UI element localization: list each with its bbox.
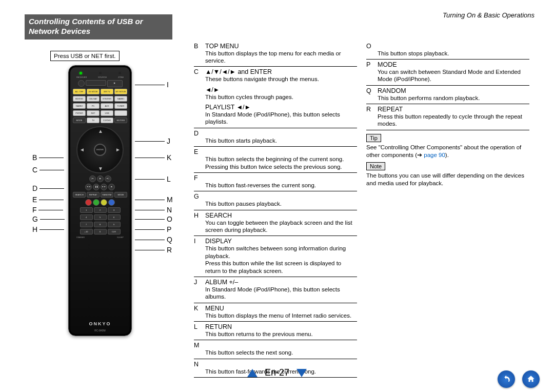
btn-stbdvr: STB/DVR xyxy=(101,96,113,102)
btn-cblsat: CBL/SAT xyxy=(87,96,100,102)
callout-G: G xyxy=(32,215,38,223)
desc-name: MODE xyxy=(378,61,397,68)
btn-aux: AUX xyxy=(101,103,113,109)
footer: En-27 xyxy=(0,367,554,388)
btn-repeat: REPEAT xyxy=(87,192,100,198)
page-number: En-27 xyxy=(265,367,289,378)
callout-R: R xyxy=(167,246,172,254)
desc-text: This button displays the menu of Interne… xyxy=(205,312,357,319)
desc-text: This button displays the top menu for ea… xyxy=(205,50,357,65)
num-plus10: +10 xyxy=(80,229,93,234)
page-link[interactable]: page 90 xyxy=(424,152,445,158)
num-5: 5 xyxy=(94,214,107,220)
dpad: ENTER ▲ ▼ ◄ ► xyxy=(76,126,124,173)
desc-extra: Press this button while the list screen … xyxy=(205,260,357,275)
btn-game2: GAME2 xyxy=(73,103,86,109)
desc-item: HSEARCHYou can toggle between the playba… xyxy=(194,211,357,237)
led-source xyxy=(99,72,102,74)
btn-search: SEARCH xyxy=(73,192,86,198)
yellow-icon xyxy=(101,199,107,206)
remote-column: Press USB or NET first. B C D E F G H I … xyxy=(25,42,194,342)
stop-icon: ■ xyxy=(108,184,115,190)
desc-text: In Standard Mode (iPod/iPhone), this but… xyxy=(205,286,357,301)
btn-alloff: ALL OFF xyxy=(73,89,86,94)
green-icon xyxy=(93,199,100,206)
desc-name: ▲/▼/◄/► and ENTER xyxy=(205,68,272,75)
back-button[interactable] xyxy=(498,370,515,388)
desc-item: DThis button starts playback. xyxy=(194,129,357,147)
led-zone xyxy=(118,72,121,74)
tip-label: Tip xyxy=(366,134,381,142)
undo-icon xyxy=(502,375,511,384)
desc-text: This button fast-reverses the current so… xyxy=(205,182,357,189)
btn-usb: USB xyxy=(101,110,113,116)
desc-item: OThis button stops playback. xyxy=(366,42,529,60)
num-8: 8 xyxy=(94,222,107,227)
desc-subtext: In Standard Mode (iPod/iPhone), this but… xyxy=(205,111,357,126)
btn-muting: MUTING xyxy=(114,117,127,123)
desc-name: RANDOM xyxy=(378,87,406,94)
desc-text: This button returns to the previous menu… xyxy=(205,330,357,338)
led-receiver xyxy=(80,72,82,74)
callout-B: B xyxy=(32,153,37,162)
section-title: Controlling Contents of USB or Network D… xyxy=(25,14,172,40)
page-up-icon[interactable] xyxy=(247,369,258,377)
desc-letter: P xyxy=(366,61,373,68)
num-4: 4 xyxy=(80,214,93,220)
breadcrumb: Turning On & Basic Operations xyxy=(443,11,535,19)
desc-letter: M xyxy=(194,342,201,349)
desc-text: This button switches between song inform… xyxy=(205,245,357,260)
desc-name: REPEAT xyxy=(378,106,403,113)
prev-icon: |◄ xyxy=(89,175,96,182)
lbl-sleep: SLEEP xyxy=(117,236,124,239)
note-label: Note xyxy=(366,162,385,170)
up-arrow-icon: ▲ xyxy=(98,128,103,134)
desc-text: This button stops playback. xyxy=(378,50,529,57)
desc-item: BTOP MENUThis button displays the top me… xyxy=(194,42,357,67)
pager: En-27 xyxy=(247,367,307,378)
ff-icon: ►► xyxy=(101,184,107,190)
desc-letter: Q xyxy=(366,87,373,94)
desc-item: JALBUM +/–In Standard Mode (iPod/iPhone)… xyxy=(194,278,357,303)
desc-item: LRETURNThis button returns to the previo… xyxy=(194,322,357,340)
enter-button: ENTER xyxy=(94,144,106,156)
desc-item: KMENUThis button displays the menu of In… xyxy=(194,304,357,322)
pause-icon: ❚❚ xyxy=(93,184,100,190)
desc-item: EThis button selects the beginning of th… xyxy=(194,147,357,173)
remote: RECEIVER SOURCE ZONE ▶ ALL OFF 4K MODE M… xyxy=(68,65,132,336)
btn-tv: TV xyxy=(87,117,100,123)
desc-text: Press this button repeatedly to cycle th… xyxy=(378,113,529,128)
desc-text: This button selects the beginning of the… xyxy=(205,155,357,170)
btn-net: NET xyxy=(87,110,100,116)
desc-letter: B xyxy=(194,43,201,50)
btn-phono: PHONO xyxy=(73,110,86,116)
note-text: The buttons you can use will differ depe… xyxy=(366,172,529,187)
desc-text: This button selects the next song. xyxy=(205,349,357,356)
callout-K: K xyxy=(167,153,171,162)
btn-mode2: MODE xyxy=(114,192,127,198)
num-6: 6 xyxy=(108,214,121,220)
callout-I: I xyxy=(167,81,169,89)
desc-item: IDISPLAYThis button switches between son… xyxy=(194,237,357,277)
desc-name: TOP MENU xyxy=(205,43,239,50)
lbl-zone: ZONE xyxy=(118,76,124,79)
callout-M: M xyxy=(167,195,173,204)
num-3: 3 xyxy=(108,207,121,213)
callout-L: L xyxy=(167,175,171,183)
num-7: 7 xyxy=(80,222,93,227)
lbl-dimmer: DIMMER xyxy=(76,236,85,239)
remote-diagram: B C D E F G H I J K L M N O P Q R xyxy=(53,65,196,342)
page-down-icon[interactable] xyxy=(296,369,307,377)
callout-Q: Q xyxy=(167,236,172,244)
desc-text: This button performs random playback. xyxy=(378,94,529,102)
num-clr: CLR xyxy=(108,229,121,234)
next-icon: ►| xyxy=(105,175,111,182)
desc-letter: O xyxy=(366,43,373,50)
desc-item: PMODEYou can switch between Standard Mod… xyxy=(366,60,529,86)
btn-mrtv: MR TV xyxy=(101,89,113,94)
btn-tuner: TUNER xyxy=(114,103,127,109)
home-button[interactable] xyxy=(522,370,540,388)
desc-item: FThis button fast-reverses the current s… xyxy=(194,173,357,191)
desc-name: SEARCH xyxy=(205,212,232,219)
play2-icon: ▶ xyxy=(97,175,104,182)
